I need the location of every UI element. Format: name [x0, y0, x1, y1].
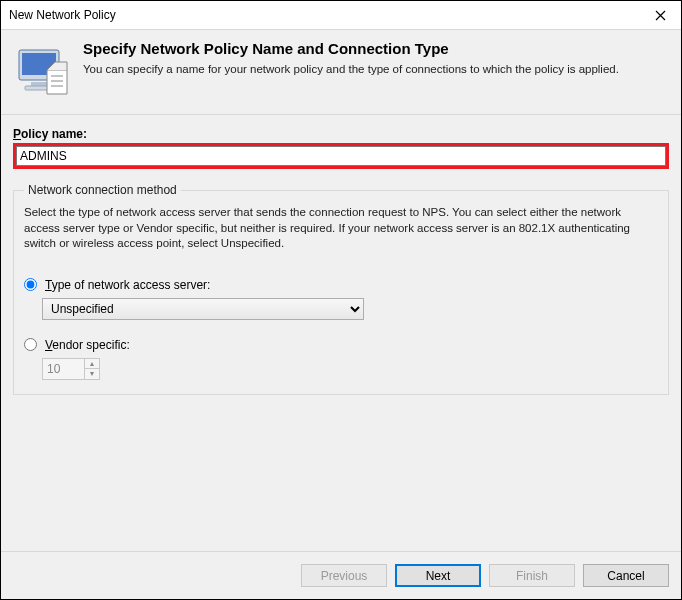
vendor-specific-stepper: ▲ ▼	[42, 358, 100, 380]
next-button[interactable]: Next	[395, 564, 481, 587]
wizard-header: Specify Network Policy Name and Connecti…	[1, 29, 681, 115]
policy-icon	[13, 42, 71, 100]
type-of-server-select[interactable]: Unspecified	[42, 298, 364, 320]
ncm-legend: Network connection method	[24, 183, 181, 197]
svg-rect-2	[31, 82, 47, 86]
spinner-up-icon: ▲	[85, 359, 99, 370]
policy-name-highlight	[13, 143, 669, 169]
cancel-button[interactable]: Cancel	[583, 564, 669, 587]
wizard-body: Policy name: Network connection method S…	[1, 115, 681, 551]
radio-vendor-specific-label: Vendor specific:	[45, 338, 130, 352]
vendor-specific-input	[42, 358, 84, 380]
finish-button: Finish	[489, 564, 575, 587]
titlebar: New Network Policy	[1, 1, 681, 29]
wizard-footer: Previous Next Finish Cancel	[1, 551, 681, 599]
radio-type-of-server[interactable]	[24, 278, 37, 291]
window-title: New Network Policy	[9, 8, 116, 22]
ncm-description: Select the type of network access server…	[24, 205, 658, 252]
policy-name-label: Policy name:	[13, 127, 669, 141]
previous-button: Previous	[301, 564, 387, 587]
policy-name-input[interactable]	[16, 146, 666, 166]
network-connection-method-group: Network connection method Select the typ…	[13, 183, 669, 395]
page-subtitle: You can specify a name for your network …	[83, 63, 619, 75]
page-title: Specify Network Policy Name and Connecti…	[83, 40, 619, 57]
spinner-down-icon: ▼	[85, 369, 99, 379]
radio-vendor-specific[interactable]	[24, 338, 37, 351]
radio-type-of-server-label: Type of network access server:	[45, 278, 210, 292]
close-icon[interactable]	[639, 1, 681, 29]
